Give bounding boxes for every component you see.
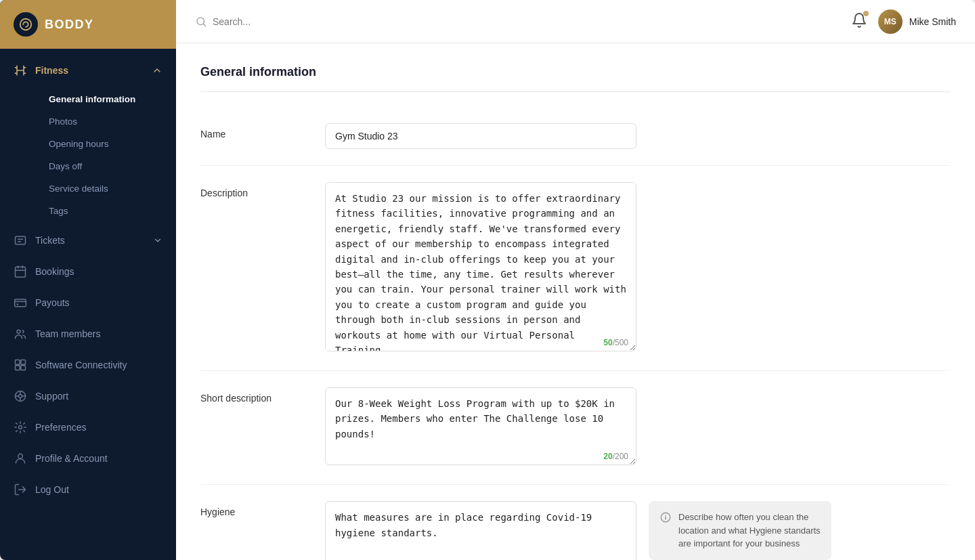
svg-point-16	[665, 515, 666, 517]
logo-icon	[14, 12, 38, 37]
topbar: MS Mike Smith	[176, 0, 975, 43]
svg-rect-1	[16, 236, 26, 244]
user-name: Mike Smith	[909, 16, 956, 27]
avatar: MS	[878, 9, 903, 34]
svg-rect-7	[21, 360, 26, 365]
preferences-icon	[14, 421, 27, 434]
name-field	[325, 123, 636, 149]
sidebar-item-days-off[interactable]: Days off	[38, 155, 176, 177]
nav-preferences[interactable]: Preferences	[0, 412, 176, 443]
logout-icon	[14, 483, 27, 496]
main-area: MS Mike Smith General information Name	[176, 0, 975, 560]
search-icon	[195, 16, 207, 28]
short-description-textarea[interactable]: Our 8-Week Weight Loss Program with up t…	[325, 387, 636, 466]
page-title: General information	[200, 65, 951, 92]
description-textarea[interactable]: At Studio 23 our mission is to offer ext…	[325, 182, 636, 351]
description-char-count: 50/500	[603, 338, 628, 347]
sidebar-item-opening-hours[interactable]: Opening hours	[38, 133, 176, 155]
chevron-down-icon	[153, 236, 162, 245]
name-row: Name	[200, 107, 951, 166]
hygiene-row: Hygiene What measures are in place regar…	[200, 485, 951, 560]
description-label: Description	[200, 182, 309, 198]
sidebar-item-general-information[interactable]: General information	[38, 88, 176, 110]
nav-logout[interactable]: Log Out	[0, 474, 176, 505]
nav-bookings[interactable]: Bookings	[0, 256, 176, 287]
payouts-icon	[14, 296, 27, 309]
user-info[interactable]: MS Mike Smith	[878, 9, 956, 34]
topbar-right: MS Mike Smith	[851, 9, 956, 34]
short-description-label: Short description	[200, 387, 309, 404]
search-input[interactable]	[213, 16, 362, 27]
nav-software-connectivity[interactable]: Software Connectivity	[0, 349, 176, 381]
hygiene-textarea[interactable]: What measures are in place regarding Cov…	[325, 501, 636, 560]
svg-point-4	[17, 303, 19, 305]
nav-tickets[interactable]: Tickets	[0, 225, 176, 256]
search-wrapper	[195, 16, 843, 28]
chevron-up-icon	[152, 65, 162, 76]
nav-profile-account[interactable]: Profile & Account	[0, 443, 176, 474]
sidebar-nav: Fitness General information Photos Openi…	[0, 49, 176, 560]
svg-rect-8	[16, 366, 20, 370]
svg-rect-6	[16, 360, 20, 365]
short-description-char-count: 20/200	[603, 452, 628, 461]
nav-team-members[interactable]: Team members	[0, 318, 176, 349]
hygiene-tooltip: Describe how often you clean the locatio…	[649, 501, 831, 560]
short-description-row: Short description Our 8-Week Weight Loss…	[200, 371, 951, 486]
description-row: Description At Studio 23 our mission is …	[200, 166, 951, 371]
hygiene-label: Hygiene	[200, 501, 309, 517]
notification-dot	[863, 11, 869, 16]
sidebar-item-tags[interactable]: Tags	[38, 200, 176, 222]
svg-rect-2	[16, 267, 26, 277]
name-label: Name	[200, 123, 309, 139]
form-section: Name Description At Studio 23 our missio…	[200, 107, 951, 560]
tooltip-info-icon	[659, 511, 672, 527]
ticket-icon	[14, 234, 27, 247]
software-icon	[14, 358, 27, 372]
svg-point-13	[18, 454, 23, 458]
bookings-icon	[14, 265, 27, 278]
nav-fitness[interactable]: Fitness	[0, 56, 176, 85]
nav-payouts[interactable]: Payouts	[0, 287, 176, 318]
notification-button[interactable]	[851, 12, 867, 31]
profile-icon	[14, 452, 27, 465]
hygiene-field: What measures are in place regarding Cov…	[325, 501, 636, 560]
team-icon	[14, 327, 27, 341]
svg-point-0	[20, 19, 32, 30]
fitness-sub-items: General information Photos Opening hours…	[0, 85, 176, 225]
sidebar-item-photos[interactable]: Photos	[38, 110, 176, 133]
fitness-icon	[14, 64, 27, 77]
svg-point-5	[17, 330, 20, 333]
fitness-section: Fitness General information Photos Openi…	[0, 56, 176, 225]
nav-support[interactable]: Support	[0, 381, 176, 412]
short-description-field: Our 8-Week Weight Loss Program with up t…	[325, 387, 636, 469]
logo-text: BODDY	[45, 18, 94, 32]
support-icon	[14, 389, 27, 403]
svg-rect-9	[21, 366, 26, 370]
sidebar-item-service-details[interactable]: Service details	[38, 177, 176, 200]
content-area: General information Name Description At …	[176, 43, 975, 560]
svg-rect-3	[15, 299, 26, 307]
sidebar: BODDY Fitness General information Photos	[0, 0, 176, 560]
svg-point-12	[19, 426, 22, 429]
description-field: At Studio 23 our mission is to offer ext…	[325, 182, 636, 354]
logo-area[interactable]: BODDY	[0, 0, 176, 49]
name-input[interactable]	[325, 123, 636, 149]
